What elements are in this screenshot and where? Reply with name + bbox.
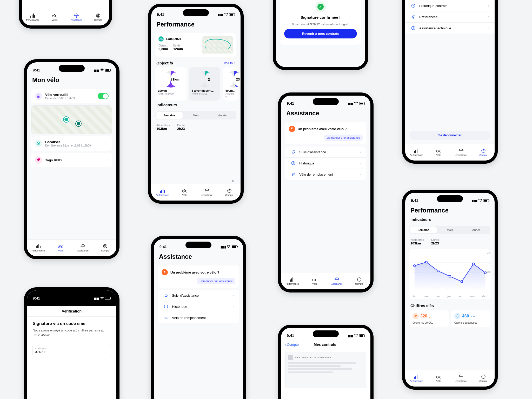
chevron-right-icon: › [360,172,361,176]
tab-velo[interactable]: Vélo [303,273,326,289]
tab-performance[interactable]: Performance [405,370,428,387]
tab-performance[interactable]: Performance [22,9,44,25]
tab-assistance[interactable]: Assistance [450,370,472,387]
row-prefs[interactable]: Préférences › [405,11,495,23]
signal-icon [348,334,353,338]
row-tech[interactable]: Assistance technique › [405,23,495,34]
tab-compte[interactable]: Compte [472,144,495,161]
modal-body: Votre contrat N°3212 est maintenant sign… [292,23,349,26]
tab-performance[interactable]: Performance [281,273,303,289]
bike-icon [436,148,441,153]
tab-velo[interactable]: Vélo [49,240,72,256]
user-icon [103,244,108,249]
tab-bar: Performance Vélo Assistance Compte [405,144,495,161]
seg-mois[interactable]: Mois [183,112,209,119]
clock-icon [290,161,296,165]
goals-scroll[interactable]: 81km 100km Avant le 24/09 2 6 arrondisse… [151,67,241,101]
row-remplacement[interactable]: Vélo de remplacement › [285,169,366,180]
seg-semaine[interactable]: Semaine [410,227,437,233]
last-ride-card[interactable]: 14/09/2024 Distan...2,3km Durée12min [155,33,236,57]
svg-point-5 [55,15,57,17]
svg-rect-62 [415,376,416,379]
svg-rect-25 [164,190,165,193]
svg-rect-15 [40,246,41,248]
tab-velos[interactable]: Vélos [44,9,65,25]
row-suivi[interactable]: Suivi d'assistance › [285,147,366,158]
tab-performance[interactable]: Performance [27,240,49,256]
sms-code-input[interactable]: Code SMS 374903 [32,345,111,356]
svg-rect-24 [163,189,163,193]
row-historique-contrats[interactable]: Historique contrats › [405,0,495,11]
tab-velo[interactable]: Vélo [174,184,196,201]
co2-label: Economie de CO₂ [413,321,445,324]
tags-rfid-row[interactable]: Tags RFID › [31,153,112,167]
seg-semaine[interactable]: Semaine [156,112,183,119]
chevron-right-icon: › [232,304,234,309]
tab-compte[interactable]: Compte [94,240,116,256]
map[interactable] [31,105,112,134]
flame-icon [454,313,461,319]
goal-card[interactable]: 81km 100km Avant le 24/09 [155,67,187,101]
svg-point-57 [449,275,451,277]
row-suivi[interactable]: Suivi d'assistance › [158,290,239,301]
svg-point-66 [482,375,485,378]
period-segment[interactable]: Semaine Mois Année [409,226,490,234]
tab-assistance[interactable]: Assistance [450,144,472,161]
calories-card[interactable]: 460kcal Calories dépensées [451,310,490,327]
tab-compte[interactable]: Compte [348,273,370,289]
tab-assistance[interactable]: Assistance [326,273,348,289]
svg-point-20 [160,39,161,40]
page-title: Assistance [154,251,243,263]
clock: 9:41 [33,296,40,300]
co2-card[interactable]: 320g Economie de CO₂ [409,310,449,327]
period-segment[interactable]: Semaine Mois Année [155,111,236,119]
wifi-icon [354,101,358,105]
page-title: Performance [151,19,241,31]
row-historique[interactable]: Historique › [285,158,366,169]
tab-assistance[interactable]: Assistance [196,184,218,201]
svg-rect-37 [415,150,416,153]
svg-rect-3 [34,15,35,18]
row-historique[interactable]: Historique › [158,301,239,312]
tab-assistance[interactable]: Assistance [65,9,87,25]
tab-compte[interactable]: Compte [472,370,495,387]
logout-button[interactable]: Se déconnecter [409,131,490,140]
svg-point-64 [436,376,438,378]
signal-icon [94,296,99,300]
back-button[interactable]: ‹Compte [285,343,299,347]
tab-assistance[interactable]: Assistance [72,240,94,256]
battery-icon [105,69,111,72]
seg-annee[interactable]: Année [209,112,236,119]
tab-compte[interactable]: Compte [87,9,109,25]
tab-compte[interactable]: Compte [218,184,241,201]
localiser-sub: Dernière mise à jour le 16/03 à 12h09 [45,144,91,147]
tab-bar: Performance Vélos Assistance Compte [22,9,109,25]
tab-velo[interactable]: Vélo [428,144,450,161]
tab-performance[interactable]: Performance [405,144,428,161]
seg-mois[interactable]: Mois [437,227,463,233]
svg-point-29 [229,190,230,191]
seg-annee[interactable]: Année [463,227,490,233]
row-remplacement[interactable]: Vélo de remplacement › [158,312,239,323]
goal-card[interactable]: 23 500m D... Avant le 0... [223,67,238,101]
user-icon [357,277,362,282]
lock-toggle[interactable] [98,93,109,99]
voir-tout-link[interactable]: Voir tout [224,61,235,65]
signature-modal: Signature confirmée ! Votre contrat N°32… [280,0,361,45]
bars-icon [30,13,35,18]
request-assist-button[interactable]: Demander une assistance [324,135,363,141]
svg-rect-8 [37,96,39,98]
return-contracts-button[interactable]: Revenir à mes contrats [284,29,357,38]
signal-icon [221,245,226,249]
tab-velo[interactable]: Vélo [428,370,450,387]
request-assist-button[interactable]: Demander une assistance [197,278,235,284]
assist-prompt-card: Un problème avec votre vélo ? Demander u… [158,265,239,288]
goal-card[interactable]: 2 6 arrondissem... Avant le 30/09 [189,67,220,101]
row-label: Assistance technique [419,26,451,30]
signal-icon [348,101,353,105]
tab-performance[interactable]: Performance [151,184,174,201]
contract-document[interactable]: CERTIFICATE OF INSURANCE [285,352,366,388]
localiser-row[interactable]: Localiser Dernière mise à jour le 16/03 … [31,136,112,151]
battery-icon [232,245,237,248]
chevron-right-icon: › [232,316,234,320]
